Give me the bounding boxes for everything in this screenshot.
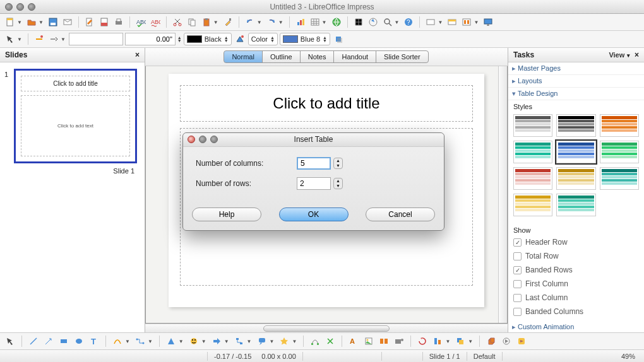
- slide-design-button[interactable]: [446, 16, 458, 28]
- align-button[interactable]: [431, 335, 444, 347]
- hyperlink-button[interactable]: [330, 16, 343, 28]
- dropdown-icon[interactable]: ▼: [292, 339, 298, 344]
- tab-notes[interactable]: Notes: [300, 50, 335, 63]
- rows-field[interactable]: [297, 177, 331, 190]
- tab-handout[interactable]: Handout: [333, 50, 376, 63]
- line-style-combo[interactable]: [69, 33, 123, 45]
- table-style-11[interactable]: [556, 194, 595, 216]
- line-style-button[interactable]: [33, 33, 45, 45]
- gluepoints-button[interactable]: [324, 335, 337, 347]
- undo-button[interactable]: [244, 16, 256, 28]
- animation-button[interactable]: [515, 335, 528, 347]
- curve-tool-button[interactable]: [111, 335, 124, 347]
- connector-tool-button[interactable]: [134, 335, 146, 347]
- navigator-button[interactable]: [367, 16, 379, 28]
- flowchart-button[interactable]: [233, 335, 246, 347]
- task-master-pages[interactable]: Master Pages: [508, 62, 644, 75]
- dropdown-icon[interactable]: ▼: [278, 20, 285, 25]
- vertical-scrollbar[interactable]: [498, 66, 507, 323]
- help-button[interactable]: ?: [402, 16, 415, 28]
- table-style-3[interactable]: [600, 114, 639, 137]
- basic-shapes-button[interactable]: [165, 335, 177, 347]
- dropdown-icon[interactable]: ▼: [61, 37, 67, 42]
- table-style-4[interactable]: [513, 141, 552, 163]
- table-style-1[interactable]: [513, 114, 552, 137]
- checkbox-first-column[interactable]: [513, 280, 522, 288]
- help-button[interactable]: Help: [192, 207, 261, 221]
- dropdown-icon[interactable]: ▼: [257, 20, 263, 25]
- format-paintbrush-button[interactable]: [222, 16, 234, 28]
- slide-layout-button[interactable]: [460, 16, 473, 28]
- tasks-view-menu[interactable]: View: [609, 51, 624, 59]
- block-arrows-button[interactable]: [210, 335, 223, 347]
- dropdown-icon[interactable]: ▼: [270, 339, 276, 344]
- table-style-2[interactable]: [556, 114, 595, 137]
- task-layouts[interactable]: Layouts: [508, 75, 644, 88]
- fontwork-button[interactable]: A: [347, 335, 360, 347]
- rows-spinner[interactable]: ▲▼: [333, 178, 343, 189]
- gallery-button[interactable]: [378, 335, 390, 347]
- open-button[interactable]: [25, 16, 38, 28]
- arrow-style-button[interactable]: [47, 33, 60, 45]
- task-table-design[interactable]: Table Design: [508, 88, 644, 100]
- email-button[interactable]: [61, 16, 74, 28]
- points-button[interactable]: [309, 335, 321, 347]
- text-tool-button[interactable]: T: [88, 335, 100, 347]
- cancel-button[interactable]: Cancel: [366, 207, 435, 221]
- slide-button[interactable]: [424, 16, 437, 28]
- dropdown-icon[interactable]: ▼: [322, 20, 328, 25]
- stars-button[interactable]: [278, 335, 290, 347]
- minimize-window-icon[interactable]: [16, 3, 24, 11]
- paste-button[interactable]: [200, 16, 213, 28]
- print-button[interactable]: [112, 16, 125, 28]
- redo-button[interactable]: [265, 16, 278, 28]
- table-style-8[interactable]: [556, 167, 595, 190]
- close-icon[interactable]: ×: [635, 50, 639, 59]
- close-window-icon[interactable]: [5, 3, 13, 11]
- area-style-button[interactable]: [234, 33, 246, 45]
- checkbox-total-row[interactable]: [513, 252, 522, 260]
- dropdown-icon[interactable]: ▼: [148, 339, 154, 344]
- arrow-tool-button[interactable]: [4, 33, 16, 45]
- columns-spinner[interactable]: ▲▼: [333, 158, 343, 169]
- cut-button[interactable]: [171, 16, 184, 28]
- dropdown-icon[interactable]: ▼: [125, 339, 131, 344]
- arrange-button[interactable]: [454, 335, 467, 347]
- dropdown-icon[interactable]: ▼: [39, 20, 45, 25]
- spellcheck-button[interactable]: ABC: [134, 16, 147, 28]
- table-style-6[interactable]: [600, 141, 639, 163]
- zoom-button[interactable]: [381, 16, 394, 28]
- dropdown-icon[interactable]: ▼: [17, 37, 23, 42]
- dropdown-icon[interactable]: ▼: [438, 20, 444, 25]
- table-style-5[interactable]: [556, 141, 595, 163]
- dropdown-icon[interactable]: ▼: [213, 20, 220, 25]
- task-custom-animation[interactable]: Custom Animation: [508, 321, 644, 332]
- symbol-shapes-button[interactable]: [188, 335, 200, 347]
- select-tool-button[interactable]: [4, 335, 16, 347]
- checkbox-last-column[interactable]: [513, 294, 522, 302]
- horizontal-scrollbar[interactable]: [145, 324, 508, 332]
- save-button[interactable]: [47, 16, 59, 28]
- shadow-button[interactable]: [332, 33, 345, 45]
- dropdown-icon[interactable]: ▼: [179, 339, 185, 344]
- ellipse-tool-button[interactable]: [73, 335, 85, 347]
- arrow-line-button[interactable]: [42, 335, 55, 347]
- auto-spellcheck-button[interactable]: ABC: [149, 16, 162, 28]
- interaction-button[interactable]: [500, 335, 513, 347]
- from-file-button[interactable]: [362, 335, 375, 347]
- dropdown-icon[interactable]: ▼: [395, 20, 401, 25]
- callouts-button[interactable]: [256, 335, 268, 347]
- rotate-button[interactable]: [416, 335, 429, 347]
- close-icon[interactable]: ×: [135, 50, 140, 59]
- tab-slide-sorter[interactable]: Slide Sorter: [376, 50, 428, 63]
- chart-button[interactable]: [294, 16, 307, 28]
- media-button[interactable]: [393, 335, 405, 347]
- line-width-field[interactable]: [125, 33, 176, 45]
- tab-normal[interactable]: Normal: [224, 50, 262, 63]
- fill-type-combo[interactable]: Color ▲▼: [248, 33, 278, 45]
- tab-outline[interactable]: Outline: [262, 50, 301, 63]
- table-style-9[interactable]: [600, 167, 639, 190]
- table-button[interactable]: [309, 16, 321, 28]
- extrusion-button[interactable]: [485, 335, 498, 347]
- columns-field[interactable]: [297, 157, 331, 170]
